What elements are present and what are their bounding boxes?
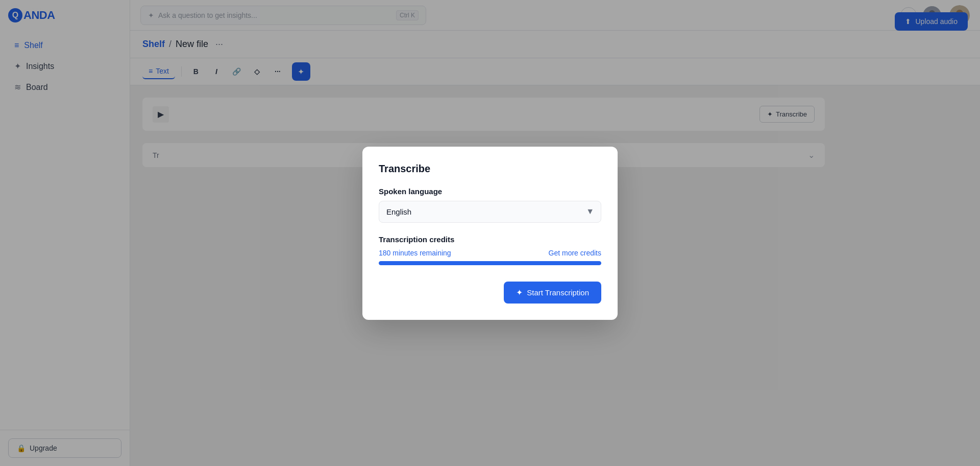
modal-overlay[interactable]: Transcribe Spoken language English Spani… bbox=[0, 0, 980, 466]
transcribe-modal: Transcribe Spoken language English Spani… bbox=[362, 147, 618, 320]
get-more-credits-link[interactable]: Get more credits bbox=[549, 249, 601, 257]
credits-progress-bar-fill bbox=[379, 261, 601, 265]
spoken-language-section: Spoken language English Spanish French G… bbox=[379, 187, 601, 223]
credits-label: Transcription credits bbox=[379, 235, 601, 244]
credits-header: 180 minutes remaining Get more credits bbox=[379, 249, 601, 257]
modal-title: Transcribe bbox=[379, 163, 601, 175]
credits-section: Transcription credits 180 minutes remain… bbox=[379, 235, 601, 265]
start-transcription-icon: ✦ bbox=[516, 288, 523, 297]
language-select-wrapper: English Spanish French German Portuguese… bbox=[379, 201, 601, 223]
credits-progress-bar-bg bbox=[379, 261, 601, 265]
language-select[interactable]: English Spanish French German Portuguese… bbox=[379, 201, 601, 223]
start-transcription-label: Start Transcription bbox=[527, 288, 589, 297]
spoken-language-label: Spoken language bbox=[379, 187, 601, 196]
credits-remaining-text: 180 minutes remaining bbox=[379, 249, 451, 257]
modal-footer: ✦ Start Transcription bbox=[379, 282, 601, 304]
start-transcription-button[interactable]: ✦ Start Transcription bbox=[504, 282, 601, 304]
